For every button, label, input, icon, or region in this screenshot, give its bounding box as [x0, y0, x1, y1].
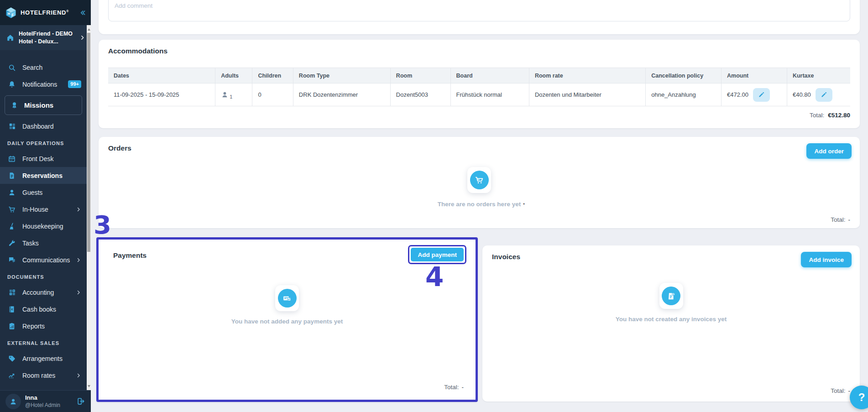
- accommodations-total: Total:€512.80: [810, 112, 850, 119]
- sidebar-item-in-house[interactable]: In-House: [0, 201, 87, 218]
- sidebar-item-guests[interactable]: Guests: [0, 184, 87, 201]
- medal-icon: [10, 101, 19, 110]
- add-payment-button[interactable]: Add payment: [411, 248, 464, 261]
- sidebar-section-daily-operations: DAILY OPERATIONS: [0, 135, 87, 150]
- report-clipboard-icon: [7, 322, 16, 330]
- svg-text:H: H: [7, 12, 10, 16]
- broom-icon: [7, 222, 16, 230]
- person-icon: [221, 91, 229, 99]
- column-header-room: Room: [390, 68, 450, 83]
- tag-icon: [7, 355, 16, 363]
- column-header-amount: Amount: [721, 68, 787, 83]
- column-header-kurtaxe: Kurtaxe: [787, 68, 850, 83]
- cell-amount: €472.00: [721, 83, 787, 106]
- chevron-right-icon: [76, 257, 81, 263]
- sidebar-item-label: Front Desk: [22, 155, 53, 162]
- edit-kurtaxe-button[interactable]: [816, 88, 832, 102]
- sidebar-scrollbar: [87, 25, 91, 390]
- cell-children: 0: [252, 83, 293, 106]
- sidebar-item-room-rates[interactable]: Room rates: [0, 367, 87, 384]
- hotel-selector[interactable]: HotelFriend - DEMO Hotel - Delux...: [0, 25, 91, 50]
- payments-empty-tile: [275, 285, 299, 311]
- add-order-button[interactable]: Add order: [806, 143, 852, 159]
- user-name: Inna: [25, 394, 60, 402]
- sidebar-item-dashboard[interactable]: Dashboard: [0, 118, 87, 135]
- annotation-step-3: 3: [94, 212, 111, 238]
- search-icon: [7, 63, 16, 72]
- sidebar-item-label: Reservations: [22, 172, 63, 179]
- sidebar-item-cash-books[interactable]: € Cash books: [0, 301, 87, 318]
- cell-adults: 1: [215, 83, 252, 106]
- cell-board: Frühstück normal: [450, 83, 529, 106]
- scrollbar-up-arrow[interactable]: [87, 26, 91, 32]
- invoices-card: Invoices Add invoice € You have not crea…: [482, 245, 860, 402]
- sidebar-item-label: Search: [22, 64, 42, 71]
- logout-icon[interactable]: [77, 397, 85, 406]
- rates-chart-icon: [7, 371, 16, 380]
- sidebar-collapse-icon[interactable]: [79, 9, 86, 16]
- column-header-room-rate: Room rate: [529, 68, 645, 83]
- scrollbar-down-arrow[interactable]: [87, 383, 91, 389]
- annotation-step-4: 4: [425, 264, 444, 290]
- column-header-children: Children: [252, 68, 293, 83]
- sidebar-item-label: Housekeeping: [22, 223, 63, 230]
- cell-room-rate: Dozenten und Mitarbeiter: [529, 83, 645, 106]
- sidebar-item-front-desk[interactable]: Front Desk: [0, 150, 87, 167]
- column-header-board: Board: [450, 68, 529, 83]
- accommodations-title: Accommodations: [108, 47, 167, 55]
- sidebar-item-reports[interactable]: Reports: [0, 318, 87, 334]
- sidebar-item-search[interactable]: Search: [0, 59, 87, 76]
- cell-dates: 11-09-2025 - 15-09-2025: [108, 83, 215, 106]
- payments-title: Payments: [113, 251, 146, 260]
- chevron-right-icon: [76, 207, 81, 212]
- dashboard-grid-icon: [7, 122, 16, 130]
- orders-dot: ·: [523, 200, 525, 208]
- sidebar-item-accounting[interactable]: Accounting: [0, 284, 87, 301]
- calculator-icon: [7, 288, 16, 296]
- person-icon: [7, 188, 16, 197]
- chevron-right-icon: [79, 35, 85, 41]
- sidebar-item-label: Cash books: [22, 306, 56, 313]
- edit-amount-button[interactable]: [753, 88, 770, 102]
- sidebar-item-label: Communications: [22, 256, 70, 264]
- total-value: -: [462, 384, 464, 391]
- sidebar-item-label: Room rates: [22, 372, 55, 379]
- sidebar-item-missions[interactable]: Missions: [5, 95, 82, 115]
- column-header-dates: Dates: [108, 68, 215, 83]
- accommodation-row[interactable]: 11-09-2025 - 15-09-2025 1 0 DRK Dozenten…: [108, 83, 850, 106]
- notifications-count-badge: 99+: [68, 80, 81, 88]
- sidebar-item-housekeeping[interactable]: Housekeeping: [0, 218, 87, 235]
- sidebar-section-external-sales: EXTERNAL SALES: [0, 334, 87, 350]
- user-role: @Hotel Admin: [25, 402, 60, 408]
- kurtaxe-value: €40.80: [793, 91, 811, 98]
- help-button[interactable]: ?: [850, 386, 868, 409]
- sidebar-item-arrangements[interactable]: Arrangements: [0, 350, 87, 367]
- user-profile[interactable]: Inna @Hotel Admin: [0, 390, 91, 412]
- sidebar-item-label: Arrangements: [22, 355, 63, 362]
- app-logo-text: HOTELFRIEND®: [21, 9, 69, 16]
- adults-count: 1: [230, 94, 232, 99]
- total-label: Total:: [831, 387, 845, 394]
- payments-total: Total:-: [444, 384, 464, 391]
- cell-kurtaxe: €40.80: [787, 83, 850, 106]
- sidebar-item-reservations[interactable]: Reservations: [0, 167, 87, 184]
- sidebar-item-label: In-House: [22, 206, 48, 213]
- total-label: Total:: [831, 216, 845, 223]
- sidebar-item-notifications[interactable]: Notifications 99+: [0, 76, 87, 93]
- total-label: Total:: [444, 384, 459, 391]
- sidebar-item-communications[interactable]: Communications: [0, 251, 87, 268]
- sidebar-item-label: Tasks: [22, 240, 39, 247]
- accommodations-card: Accommodations Dates Adults Children Roo…: [99, 40, 860, 128]
- app-logo: H F HOTELFRIEND®: [0, 0, 91, 25]
- pencil-icon: [758, 91, 765, 98]
- comment-placeholder: Add comment: [115, 2, 152, 9]
- comment-input[interactable]: Add comment: [108, 0, 850, 21]
- total-value: -: [848, 387, 851, 394]
- add-invoice-button[interactable]: Add invoice: [801, 252, 852, 267]
- scrollbar-thumb[interactable]: [87, 33, 90, 252]
- table-header-row: Dates Adults Children Room Type Room Boa…: [108, 68, 850, 83]
- hotelfriend-cube-logo-icon: H F: [5, 6, 17, 19]
- sidebar-item-tasks[interactable]: Tasks: [0, 235, 87, 251]
- comment-card: Add comment: [99, 0, 860, 34]
- cell-room: Dozent5003: [390, 83, 450, 106]
